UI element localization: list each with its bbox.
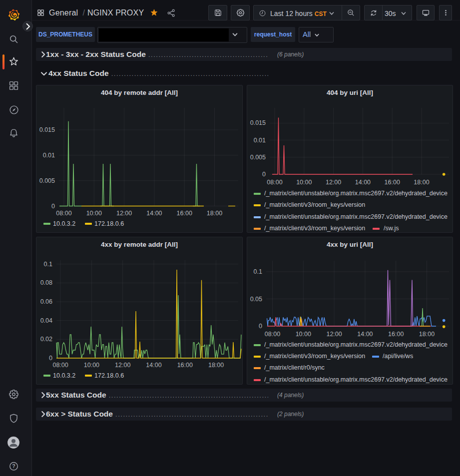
svg-text:18:00: 18:00: [208, 362, 224, 369]
svg-text:0.005: 0.005: [250, 154, 266, 161]
svg-text:16:00: 16:00: [385, 179, 400, 186]
svg-text:0: 0: [49, 355, 52, 362]
svg-text:0: 0: [262, 171, 266, 178]
svg-text:16:00: 16:00: [177, 210, 192, 217]
svg-text:16:00: 16:00: [177, 362, 193, 369]
svg-text:18:00: 18:00: [207, 210, 222, 217]
svg-text:0.015: 0.015: [250, 119, 266, 126]
svg-text:08:00: 08:00: [52, 362, 68, 369]
svg-text:18:00: 18:00: [419, 331, 435, 338]
svg-text:12:00: 12:00: [326, 331, 342, 338]
svg-text:0.06: 0.06: [40, 298, 52, 305]
svg-text:0.005: 0.005: [39, 177, 55, 184]
svg-text:14:00: 14:00: [357, 331, 373, 338]
svg-text:08:00: 08:00: [267, 179, 282, 186]
svg-text:0.08: 0.08: [40, 279, 52, 286]
svg-text:0: 0: [51, 203, 55, 210]
svg-text:0.04: 0.04: [40, 317, 52, 324]
svg-text:0.02: 0.02: [40, 336, 52, 343]
svg-text:10:00: 10:00: [296, 331, 311, 338]
svg-text:0.015: 0.015: [39, 126, 55, 133]
svg-text:0.01: 0.01: [43, 152, 55, 159]
svg-text:18:00: 18:00: [414, 179, 429, 186]
svg-text:0: 0: [259, 323, 262, 330]
svg-text:0.1: 0.1: [254, 268, 262, 275]
svg-text:08:00: 08:00: [56, 210, 71, 217]
svg-text:10:00: 10:00: [86, 210, 102, 217]
svg-text:0.05: 0.05: [250, 296, 262, 303]
svg-text:0.1: 0.1: [44, 261, 52, 268]
svg-text:10:00: 10:00: [296, 179, 312, 186]
svg-text:08:00: 08:00: [265, 331, 280, 338]
svg-text:?: ?: [12, 463, 15, 469]
svg-text:14:00: 14:00: [146, 362, 161, 369]
svg-text:16:00: 16:00: [388, 331, 404, 338]
svg-text:12:00: 12:00: [116, 210, 132, 217]
svg-text:14:00: 14:00: [355, 179, 371, 186]
svg-text:0.01: 0.01: [254, 137, 266, 144]
svg-text:10:00: 10:00: [84, 362, 99, 369]
svg-text:14:00: 14:00: [146, 210, 162, 217]
svg-text:12:00: 12:00: [326, 179, 341, 186]
svg-text:12:00: 12:00: [115, 362, 130, 369]
